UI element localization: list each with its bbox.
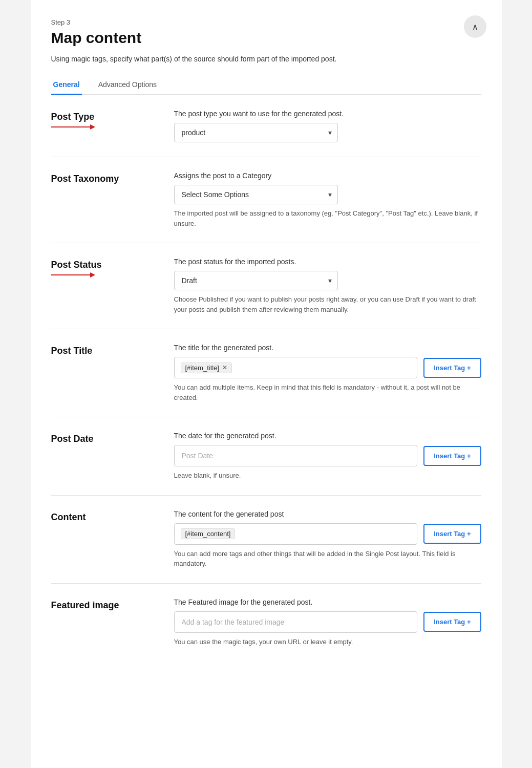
post-taxonomy-select-wrapper: Select Some Options ▾: [174, 185, 338, 204]
featured-image-description: The Featured image for the generated pos…: [174, 598, 481, 606]
featured-image-hint: You can use the magic tags, your own URL…: [174, 637, 481, 647]
content-insert-tag-button[interactable]: Insert Tag +: [423, 524, 481, 544]
featured-image-label-col: Featured image: [51, 598, 174, 611]
post-status-description: The post status for the imported posts.: [174, 258, 481, 266]
page-title: Map content: [51, 29, 481, 47]
chevron-up-icon: ∧: [472, 22, 478, 32]
section-post-type: Post Type The post type you want to use …: [51, 95, 481, 157]
section-post-date: Post Date The date for the generated pos…: [51, 417, 481, 496]
post-type-label-col: Post Type: [51, 110, 174, 127]
page-container: ∧ Step 3 Map content Using magic tags, s…: [31, 0, 502, 768]
post-date-input-row: Insert Tag +: [174, 445, 481, 466]
page-description: Using magic tags, specify what part(s) o…: [51, 55, 481, 63]
section-content: Content The content for the generated po…: [51, 496, 481, 584]
tag-chip-remove-icon[interactable]: ✕: [222, 364, 227, 371]
post-status-select[interactable]: Draft: [174, 271, 338, 290]
post-type-content: The post type you want to use for the ge…: [174, 110, 481, 142]
post-taxonomy-select[interactable]: Select Some Options: [174, 185, 338, 204]
post-status-label-col: Post Status: [51, 258, 174, 275]
post-date-content: The date for the generated post. Insert …: [174, 432, 481, 481]
post-type-select[interactable]: product: [174, 123, 338, 142]
post-title-description: The title for the generated post.: [174, 344, 481, 352]
post-title-input-row: [#item_title] ✕ Insert Tag +: [174, 357, 481, 378]
tab-general[interactable]: General: [51, 75, 82, 95]
post-date-label-col: Post Date: [51, 432, 174, 444]
post-title-tag-box[interactable]: [#item_title] ✕: [174, 357, 418, 378]
content-hint: You can add more tags and other things t…: [174, 549, 481, 569]
post-taxonomy-label: Post Taxonomy: [51, 172, 164, 184]
section-featured-image: Featured image The Featured image for th…: [51, 584, 481, 662]
collapse-button[interactable]: ∧: [464, 15, 486, 38]
post-type-description: The post type you want to use for the ge…: [174, 110, 481, 118]
featured-image-content: The Featured image for the generated pos…: [174, 598, 481, 647]
post-taxonomy-label-col: Post Taxonomy: [51, 172, 174, 184]
tag-chip-value: [#item_title]: [185, 364, 219, 372]
section-post-status: Post Status The post status for the impo…: [51, 243, 481, 329]
post-title-tag-chip: [#item_title] ✕: [181, 362, 232, 373]
post-taxonomy-description: Assigns the post to a Category: [174, 172, 481, 180]
content-label: Content: [51, 510, 164, 523]
post-type-arrow: [51, 126, 164, 127]
post-title-label-col: Post Title: [51, 344, 174, 356]
post-status-hint: Choose Published if you want to publish …: [174, 294, 481, 314]
post-status-content: The post status for the imported posts. …: [174, 258, 481, 314]
content-input-row: [#item_content] Insert Tag +: [174, 523, 481, 545]
post-taxonomy-hint: The imported post will be assigned to a …: [174, 208, 481, 228]
featured-image-label: Featured image: [51, 598, 164, 611]
post-status-arrow: [51, 274, 164, 275]
post-type-label: Post Type: [51, 110, 164, 122]
post-date-input[interactable]: [174, 445, 418, 466]
post-title-hint: You can add multiple items. Keep in mind…: [174, 382, 481, 402]
content-tag-chip-value: [#item_content]: [185, 530, 231, 538]
featured-image-input-row: Insert Tag +: [174, 611, 481, 633]
post-date-hint: Leave blank, if unsure.: [174, 471, 481, 481]
tabs-nav: General Advanced Options: [51, 75, 481, 95]
content-tag-chip: [#item_content]: [181, 528, 236, 539]
post-title-label: Post Title: [51, 344, 164, 356]
post-date-label: Post Date: [51, 432, 164, 444]
section-post-title: Post Title The title for the generated p…: [51, 329, 481, 417]
post-title-insert-tag-button[interactable]: Insert Tag +: [423, 358, 481, 378]
step-label: Step 3: [51, 18, 481, 26]
content-label-col: Content: [51, 510, 174, 523]
content-content: The content for the generated post [#ite…: [174, 510, 481, 569]
content-description: The content for the generated post: [174, 510, 481, 518]
post-title-content: The title for the generated post. [#item…: [174, 344, 481, 402]
section-post-taxonomy: Post Taxonomy Assigns the post to a Cate…: [51, 157, 481, 243]
post-date-insert-tag-button[interactable]: Insert Tag +: [423, 446, 481, 466]
content-tag-box[interactable]: [#item_content]: [174, 523, 418, 545]
tab-advanced[interactable]: Advanced Options: [96, 75, 159, 95]
post-type-select-wrapper: product ▾: [174, 123, 338, 142]
featured-image-insert-tag-button[interactable]: Insert Tag +: [423, 612, 481, 632]
post-status-label: Post Status: [51, 258, 164, 270]
post-status-select-wrapper: Draft ▾: [174, 271, 338, 290]
post-date-description: The date for the generated post.: [174, 432, 481, 440]
featured-image-input[interactable]: [174, 611, 418, 633]
post-taxonomy-content: Assigns the post to a Category Select So…: [174, 172, 481, 228]
